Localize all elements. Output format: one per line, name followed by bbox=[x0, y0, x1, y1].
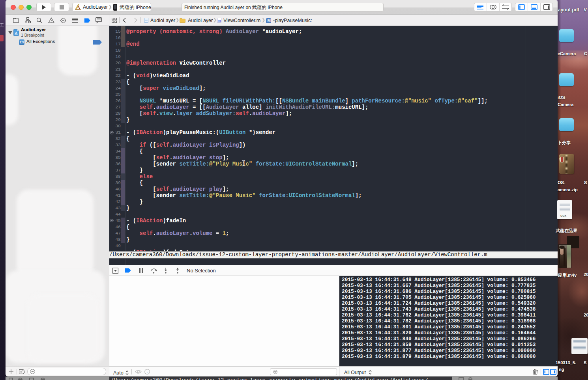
svg-text:i: i bbox=[147, 370, 148, 374]
svg-text:m: m bbox=[217, 19, 221, 22]
